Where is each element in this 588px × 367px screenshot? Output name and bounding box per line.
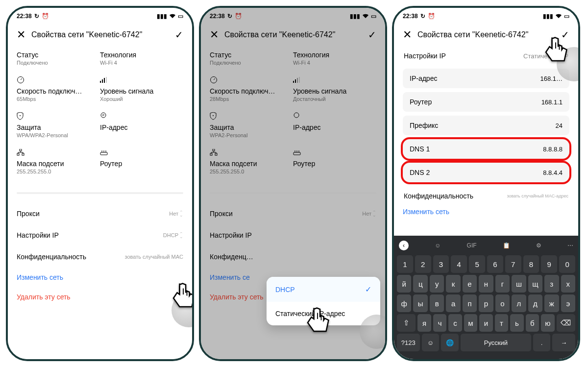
keyboard-toolbar: ‹ ☺ GIF 📋 ⚙ ⋯ (396, 239, 576, 254)
svg-rect-4 (106, 77, 107, 83)
more-icon[interactable]: ⋯ (567, 242, 573, 249)
settings-icon[interactable]: ⚙ (536, 242, 541, 249)
key[interactable]: с (448, 314, 462, 332)
row-proxy[interactable]: Прокси Нет⌃⌄ (210, 203, 376, 224)
key[interactable]: е (463, 275, 477, 293)
confirm-icon[interactable]: ✓ (368, 29, 376, 41)
key[interactable]: д (528, 294, 542, 312)
svg-rect-16 (299, 77, 300, 83)
row-privacy[interactable]: Конфиденц… (210, 246, 376, 268)
key-lang[interactable]: 🌐 (441, 334, 459, 351)
svg-rect-13 (293, 81, 294, 83)
collapse-keyboard-icon[interactable]: ‹ (399, 241, 409, 250)
key-9[interactable]: 9 (541, 255, 557, 273)
status-bar: 22:38 ↻ ⏰ ▮▮▮ ▭ (403, 8, 569, 22)
key[interactable]: у (430, 275, 444, 293)
clock: 22:38 (403, 13, 418, 20)
key-enter[interactable]: → (552, 334, 575, 351)
value: Нет (169, 211, 178, 217)
key[interactable]: ь (510, 314, 523, 332)
key[interactable]: ш (512, 275, 526, 293)
check-icon: ✓ (365, 285, 371, 294)
key[interactable]: х (561, 275, 575, 293)
keyboard-row-3: ⇧ячсмитьбю⌫ (396, 313, 576, 333)
key-3[interactable]: 3 (433, 255, 449, 273)
key-6[interactable]: 6 (487, 255, 503, 273)
key-emoji[interactable]: ☺ (422, 334, 440, 351)
key-2[interactable]: 2 (415, 255, 431, 273)
change-network-link[interactable]: Изменить сеть (17, 268, 183, 287)
close-icon[interactable]: ✕ (403, 28, 412, 41)
key[interactable]: ю (541, 314, 554, 332)
key-7[interactable]: 7 (505, 255, 521, 273)
sticker-icon[interactable]: ☺ (435, 242, 441, 249)
row-ip-settings[interactable]: Настройки IP (210, 224, 376, 246)
phone-3: 22:38 ↻ ⏰ ▮▮▮ ▭ ✕ Свойства сети "Keeneti… (392, 6, 580, 361)
key[interactable]: ч (433, 314, 446, 332)
row-privacy[interactable]: Конфиденциальность зовать случайный MAC-… (403, 186, 569, 206)
key-1[interactable]: 1 (397, 255, 413, 273)
key-shift[interactable]: ⇧ (397, 314, 416, 332)
key[interactable]: щ (528, 275, 542, 293)
key[interactable]: я (417, 314, 431, 332)
key-4[interactable]: 4 (451, 255, 467, 273)
chevron-updown-icon: ⌃⌄ (372, 211, 376, 217)
key[interactable]: з (544, 275, 559, 293)
field-prefix[interactable]: Префикс 24 (403, 116, 569, 135)
key-8[interactable]: 8 (523, 255, 539, 273)
value: Wi-Fi 4 (293, 60, 376, 66)
close-icon[interactable]: ✕ (17, 28, 25, 41)
key[interactable]: м (464, 314, 477, 332)
key[interactable]: а (446, 294, 460, 312)
key-space[interactable]: Русский (461, 334, 531, 351)
key[interactable]: э (561, 294, 575, 312)
confirm-icon[interactable]: ✓ (175, 29, 183, 41)
delete-network-link[interactable]: Удалить эту сеть (17, 287, 183, 307)
row-ip-settings[interactable]: Настройки IP DHCP⌃⌄ (17, 224, 183, 246)
gif-button[interactable]: GIF (467, 242, 477, 249)
key[interactable]: ж (544, 294, 559, 312)
key-backspace[interactable]: ⌫ (557, 314, 575, 332)
field-ip-address[interactable]: IP-адрес 168.1… (403, 69, 569, 88)
key[interactable]: р (479, 294, 493, 312)
key[interactable]: к (446, 275, 460, 293)
shield-icon (210, 112, 293, 121)
keyboard-row-2: фывапролджэ (396, 294, 576, 313)
row-proxy[interactable]: Прокси Нет⌃⌄ (17, 203, 183, 224)
field-dns1[interactable]: DNS 1 8.8.8.8 (403, 139, 569, 159)
key-5[interactable]: 5 (469, 255, 485, 273)
key-period[interactable]: . (533, 334, 551, 351)
key[interactable]: и (479, 314, 492, 332)
field-dns2[interactable]: DNS 2 8.8.4.4 (403, 163, 569, 182)
key[interactable]: н (479, 275, 493, 293)
close-icon[interactable]: ✕ (210, 28, 219, 41)
field-router[interactable]: Роутер 168.1.1 (403, 92, 569, 112)
svg-rect-9 (17, 153, 19, 155)
svg-rect-14 (295, 79, 296, 83)
value: Подключено (210, 60, 293, 66)
key[interactable]: й (397, 275, 411, 293)
keyboard[interactable]: ‹ ☺ GIF 📋 ⚙ ⋯ 1234567890 йцукенгшщзх фыв… (394, 236, 578, 359)
key-123[interactable]: ?123 (397, 334, 420, 351)
popup-option-dhcp[interactable]: DHCP ✓ (267, 277, 380, 302)
chevron-updown-icon: ⌃⌄ (179, 211, 183, 217)
key[interactable]: т (495, 314, 508, 332)
key[interactable]: б (526, 314, 539, 332)
clipboard-icon[interactable]: 📋 (503, 242, 510, 249)
key[interactable]: о (495, 294, 510, 312)
key[interactable]: л (512, 294, 526, 312)
label: Конфиденц… (210, 253, 253, 261)
key[interactable]: п (463, 294, 477, 312)
key[interactable]: ц (413, 275, 427, 293)
key[interactable]: г (495, 275, 510, 293)
key[interactable]: в (430, 294, 444, 312)
signal-icon: ▮▮▮ (543, 13, 553, 20)
key[interactable]: ф (397, 294, 411, 312)
change-network-link[interactable]: Изменить сеть (403, 206, 569, 221)
key[interactable]: ы (413, 294, 427, 312)
key-0[interactable]: 0 (559, 255, 575, 273)
alarm-icon: ⏰ (428, 13, 435, 20)
value: 168.1.1 (541, 98, 563, 106)
row-privacy[interactable]: Конфиденциальность зовать случайный MAC (17, 246, 183, 268)
value: Хороший (100, 96, 183, 102)
